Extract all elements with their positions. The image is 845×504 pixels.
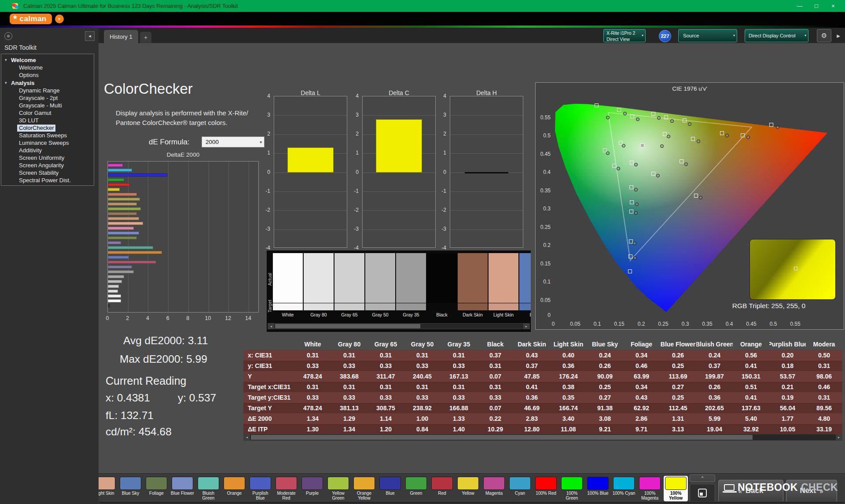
sidebar-item-additivity[interactable]: Additivity (1, 147, 94, 154)
table-cell: 9.71 (623, 424, 660, 434)
settings-button[interactable]: ⚙ (817, 29, 831, 42)
sidebar-item-screen-uniformity[interactable]: Screen Uniformity (1, 154, 94, 162)
sidebar-item-grayscale-2pt[interactable]: Grayscale - 2pt (1, 94, 94, 102)
de-formula-select[interactable]: 2000 ▾ (202, 136, 265, 147)
deltae-bar (108, 178, 124, 181)
patch-button-100-yellow[interactable]: 100% Yellow (664, 476, 688, 501)
patch-button-100-red[interactable]: 100% Red (534, 476, 558, 501)
swatch-scrollbar[interactable]: ◄ ► (268, 323, 530, 329)
cie-target-marker (595, 103, 599, 107)
expand-patch-panel-button[interactable]: ^ (690, 475, 715, 482)
sidebar-item-luminance-sweeps[interactable]: Luminance Sweeps (1, 139, 94, 147)
patch-button-bluish-green[interactable]: Bluish Green (196, 476, 220, 501)
patch-button-100-cyan[interactable]: 100% Cyan (612, 476, 636, 501)
sidebar: ◄ SDR Toolkit ▾WelcomeWelcomeOptions▾Ana… (0, 28, 99, 504)
delta-l-bar (287, 147, 334, 172)
table-cell: 12.80 (514, 424, 550, 434)
patch-button-100-blue[interactable]: 100% Blue (586, 476, 610, 501)
sidebar-item-color-gamut[interactable]: Color Gamut (1, 109, 94, 117)
next-button[interactable]: Next » (786, 480, 837, 502)
source-select[interactable]: Source ▾ (678, 29, 737, 42)
sidebar-item-saturation-sweeps[interactable]: Saturation Sweeps (1, 132, 94, 139)
logo-menu-button[interactable]: ▾ (55, 15, 64, 23)
patch-button-light-skin[interactable]: Light Skin (99, 476, 117, 501)
bottom-scrollbar[interactable] (99, 501, 845, 504)
deltae-bar (108, 256, 129, 259)
maximize-button[interactable]: □ (808, 0, 825, 12)
minimize-button[interactable]: — (791, 0, 808, 12)
swatch-column-gray-35: Gray 35 (396, 253, 426, 321)
help-icon[interactable] (4, 32, 12, 40)
patch-button-blue[interactable]: Blue (378, 476, 402, 501)
deltae-xtick-label: 14 (244, 315, 253, 321)
delta-c-yticks: 43210-1-2-3-4 (349, 96, 360, 248)
current-cdm2: cd/m²: 454.68 (106, 426, 172, 438)
sidebar-item-screen-stability[interactable]: Screen Stability (1, 169, 94, 177)
patch-button-100-green[interactable]: 100% Green (560, 476, 584, 501)
table-col-purplish-blue: Purplish Blue (769, 338, 806, 350)
patch-button-100-magenta[interactable]: 100% Magenta (638, 476, 662, 501)
meter-select[interactable]: X-Rite i1Pro 2 Direct View ▾ (603, 29, 646, 42)
sidebar-item-3d-lut[interactable]: 3D LUT (1, 117, 94, 124)
table-scroll-thumb[interactable] (251, 435, 753, 440)
sidebar-item-dynamic-range[interactable]: Dynamic Range (1, 87, 94, 94)
delta-c-ytick-label: -1 (349, 188, 359, 194)
swatch-actual-patch (273, 253, 303, 303)
patch-button-blue-flower[interactable]: Blue Flower (170, 476, 195, 501)
delta-h-ytick-label: -2 (437, 207, 446, 213)
scroll-right-icon[interactable]: ► (836, 434, 842, 440)
patch-button-foliage[interactable]: Foliage (144, 476, 169, 501)
cie-xtick-label: 0.3 (679, 321, 692, 327)
patch-button-moderate-red[interactable]: Moderate Red (274, 476, 298, 501)
deltae-xtick-label: 0 (103, 315, 112, 321)
sidebar-item-spectral-power-dist[interactable]: Spectral Power Dist. (1, 177, 94, 184)
table-cell: 0.33 (294, 392, 331, 403)
patch-button-purple[interactable]: Purple (300, 476, 324, 501)
sidebar-item-grayscale-multi[interactable]: Grayscale - Multi (1, 102, 94, 109)
patch-button-cyan[interactable]: Cyan (508, 476, 532, 501)
cie-panel: CIE 1976 u'v' (535, 82, 844, 330)
sidebar-item-screen-angularity[interactable]: Screen Angularity (1, 162, 94, 169)
cie-target-marker (630, 114, 634, 118)
table-col-gray-65: Gray 65 (367, 338, 404, 350)
patch-button-blue-sky[interactable]: Blue Sky (118, 476, 143, 501)
add-tab-button[interactable]: + (140, 32, 151, 43)
deltae-bar (108, 285, 119, 288)
back-button[interactable]: « Back (718, 480, 783, 502)
close-button[interactable]: × (825, 0, 841, 12)
sidebar-item-options[interactable]: Options (1, 71, 94, 79)
table-cell: 0.31 (367, 382, 404, 392)
deltae-bar (108, 198, 140, 201)
swatch-scroll-thumb[interactable] (275, 324, 420, 328)
display-control-select[interactable]: Direct Display Control ▾ (745, 29, 808, 42)
deltae-bar (108, 188, 120, 191)
patch-button-orange[interactable]: Orange (222, 476, 246, 501)
patch-button-purplish-blue[interactable]: Purplish Blue (248, 476, 272, 501)
table-cell: 46.69 (514, 403, 550, 413)
table-cell: 0.07 (477, 403, 514, 413)
sidebar-group-welcome[interactable]: ▾Welcome (1, 56, 94, 64)
cie-measured-marker (684, 162, 688, 166)
scroll-right-icon[interactable]: ► (523, 324, 529, 329)
table-cell: 0.46 (806, 382, 842, 392)
patch-button-red[interactable]: Red (430, 476, 454, 501)
patch-button-magenta[interactable]: Magenta (482, 476, 506, 501)
tab-history-1[interactable]: History 1 (104, 30, 138, 43)
table-cell: 0.33 (404, 361, 441, 371)
patch-button-orange-yellow[interactable]: Orange Yellow (352, 476, 376, 501)
scroll-left-icon[interactable]: ◄ (244, 434, 250, 440)
sidebar-collapse-button[interactable]: ◄ (85, 31, 95, 41)
sidebar-group-analysis[interactable]: ▾Analysis (1, 79, 94, 87)
patch-button-yellow[interactable]: Yellow (456, 476, 480, 501)
layout-view-button[interactable] (690, 484, 715, 502)
sidebar-item-colorchecker[interactable]: ColorChecker (1, 124, 94, 132)
table-scrollbar[interactable]: ◄ ► (243, 434, 842, 441)
patch-swatch (276, 477, 297, 490)
patch-button-yellow-green[interactable]: Yellow Green (326, 476, 350, 501)
deltae-xtick-label: 8 (184, 315, 192, 321)
cie-target-marker (663, 132, 667, 136)
panel-expand-button[interactable]: ▶ (834, 31, 843, 40)
scroll-left-icon[interactable]: ◄ (268, 324, 274, 329)
patch-button-green[interactable]: Green (404, 476, 428, 501)
sidebar-item-welcome[interactable]: Welcome (1, 64, 94, 71)
